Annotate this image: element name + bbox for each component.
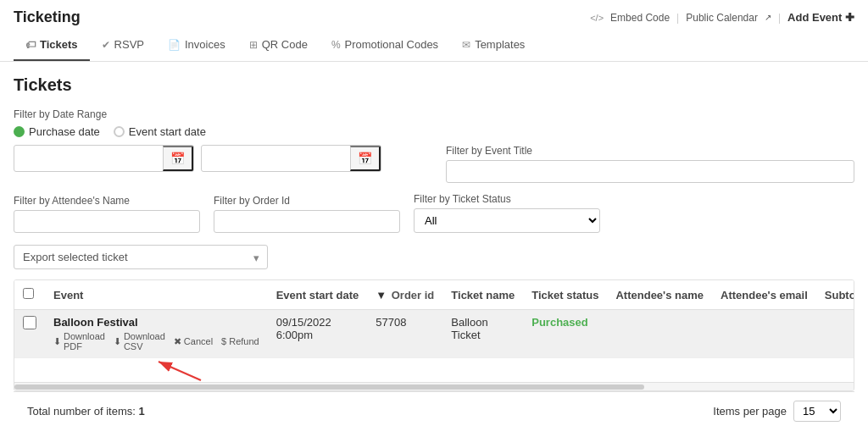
invoices-icon: 📄 — [168, 39, 181, 51]
section-title: Tickets — [14, 75, 854, 95]
event-start-date-label: Event start date — [129, 125, 206, 138]
items-per-page-control: Items per page 15 25 50 100 — [713, 401, 841, 422]
tab-bar: 🏷 Tickets ✔ RSVP 📄 Invoices ⊞ QR Code % … — [0, 30, 868, 62]
embed-code-icon: </> — [590, 13, 604, 23]
date-from-wrap: 📅 — [14, 145, 194, 172]
col-ticket-name: Ticket name — [442, 280, 523, 310]
qr-icon: ⊞ — [249, 39, 258, 51]
event-title-filter: Filter by Event Title — [446, 145, 854, 183]
date-to-input[interactable] — [202, 148, 350, 169]
promo-icon: % — [331, 39, 341, 51]
row-subtotal — [816, 310, 854, 358]
attendee-name-label: Filter by Attendee's Name — [14, 195, 200, 207]
tab-qr-code[interactable]: ⊞ QR Code — [237, 30, 320, 61]
ticket-status-label: Filter by Ticket Status — [414, 193, 600, 205]
ticket-status-select[interactable]: All Purchased Cancelled Refunded — [414, 208, 600, 233]
embed-code-link[interactable]: Embed Code — [610, 12, 670, 24]
horizontal-scrollbar[interactable] — [14, 382, 854, 390]
row-checkbox[interactable] — [23, 316, 36, 329]
col-ticket-status: Ticket status — [523, 280, 607, 310]
tickets-icon: 🏷 — [25, 39, 36, 51]
tab-rsvp-label: RSVP — [114, 38, 144, 51]
ticket-status-filter: Filter by Ticket Status All Purchased Ca… — [414, 193, 600, 233]
external-link-icon: ↗ — [765, 13, 771, 22]
select-all-checkbox[interactable] — [23, 288, 34, 299]
public-calendar-link[interactable]: Public Calendar — [686, 12, 758, 24]
row-checkbox-cell — [14, 310, 45, 358]
purchase-date-radio[interactable]: Purchase date — [14, 125, 100, 138]
items-per-page-select[interactable]: 15 25 50 100 — [793, 401, 841, 422]
row-event-start-date: 09/15/2022 6:00pm — [268, 310, 368, 358]
download-pdf-button[interactable]: ⬇ Download PDF — [53, 331, 105, 351]
templates-icon: ✉ — [462, 39, 470, 51]
tab-promotional-codes[interactable]: % Promotional Codes — [320, 30, 450, 61]
main-content: Tickets Filter by Date Range Purchase da… — [0, 62, 868, 437]
row-attendee-email — [712, 310, 816, 358]
tab-promo-label: Promotional Codes — [345, 38, 439, 51]
date-range-filter: Filter by Date Range Purchase date Event… — [14, 108, 854, 183]
tab-templates-label: Templates — [475, 38, 525, 51]
export-select[interactable]: Export selected ticket Export as CSV Exp… — [14, 245, 268, 269]
arrow-annotation — [14, 358, 854, 382]
tab-qr-label: QR Code — [262, 38, 308, 51]
tab-tickets-label: Tickets — [40, 38, 78, 51]
date-radio-group: Purchase date Event start date — [14, 125, 854, 138]
row-actions: ⬇ Download PDF ⬇ Download CSV ✖ Cancel — [53, 331, 259, 351]
event-start-date-radio[interactable]: Event start date — [114, 125, 206, 138]
download-icon: ⬇ — [53, 336, 61, 347]
add-event-button[interactable]: Add Event ✚ — [787, 11, 854, 24]
date-to-calendar-button[interactable]: 📅 — [350, 146, 381, 171]
col-event-start-date: Event start date — [268, 280, 368, 310]
col-attendee-name: Attendee's name — [607, 280, 712, 310]
select-all-header — [14, 280, 45, 310]
export-select-wrap: Export selected ticket Export as CSV Exp… — [14, 245, 268, 269]
csv-icon: ⬇ — [114, 336, 121, 347]
plus-icon: ✚ — [845, 11, 854, 24]
annotation-arrow — [150, 358, 218, 382]
row-ticket-name: Balloon Ticket — [442, 310, 523, 358]
tab-invoices[interactable]: 📄 Invoices — [156, 30, 237, 61]
row-ticket-status: Purchased — [523, 310, 607, 358]
date-from-calendar-button[interactable]: 📅 — [163, 146, 193, 171]
col-event: Event — [45, 280, 268, 310]
scrollbar-thumb — [14, 384, 644, 390]
event-title-input[interactable] — [446, 160, 854, 183]
tab-invoices-label: Invoices — [185, 38, 225, 51]
app-header: Ticketing </> Embed Code | Public Calend… — [0, 0, 868, 30]
cancel-button[interactable]: ✖ Cancel — [174, 331, 213, 351]
tab-tickets[interactable]: 🏷 Tickets — [14, 30, 90, 61]
rsvp-icon: ✔ — [102, 39, 110, 51]
tickets-table: Event Event start date ▼ Order id Ticket… — [14, 280, 854, 358]
cancel-icon: ✖ — [174, 336, 181, 347]
add-event-label: Add Event — [787, 11, 842, 24]
col-attendee-email: Attendee's email — [712, 280, 816, 310]
tab-rsvp[interactable]: ✔ RSVP — [90, 30, 156, 61]
purchase-date-radio-circle — [14, 126, 25, 137]
event-start-date-radio-circle — [114, 126, 125, 137]
date-to-wrap: 📅 — [201, 145, 381, 172]
date-range-label: Filter by Date Range — [14, 108, 854, 120]
col-order-id[interactable]: ▼ Order id — [367, 280, 442, 310]
refund-button[interactable]: $ Refund — [221, 331, 259, 351]
row-order-id: 57708 — [367, 310, 442, 358]
attendee-name-filter: Filter by Attendee's Name — [14, 195, 200, 233]
event-title-filter-label: Filter by Event Title — [446, 145, 854, 157]
table-header-row: Event Event start date ▼ Order id Ticket… — [14, 280, 854, 310]
order-id-input[interactable] — [214, 210, 400, 233]
attendee-name-input[interactable] — [14, 210, 200, 233]
items-per-page-label: Items per page — [713, 405, 787, 418]
download-csv-button[interactable]: ⬇ Download CSV — [114, 331, 165, 351]
purchase-date-label: Purchase date — [29, 125, 100, 138]
row-event-cell: Balloon Festival ⬇ Download PDF ⬇ Downlo… — [45, 310, 268, 358]
sort-arrow-icon: ▼ — [376, 289, 389, 301]
tab-templates[interactable]: ✉ Templates — [450, 30, 537, 61]
total-items: Total number of items: 1 — [27, 405, 145, 418]
table-row: Balloon Festival ⬇ Download PDF ⬇ Downlo… — [14, 310, 854, 358]
tickets-table-wrap: Event Event start date ▼ Order id Ticket… — [14, 279, 854, 391]
export-row: Export selected ticket Export as CSV Exp… — [14, 245, 854, 269]
filter-row-2: Filter by Attendee's Name Filter by Orde… — [14, 193, 854, 233]
order-id-filter: Filter by Order Id — [214, 195, 400, 233]
total-count: 1 — [139, 405, 145, 418]
svg-line-1 — [159, 362, 201, 380]
date-from-input[interactable] — [14, 148, 163, 169]
